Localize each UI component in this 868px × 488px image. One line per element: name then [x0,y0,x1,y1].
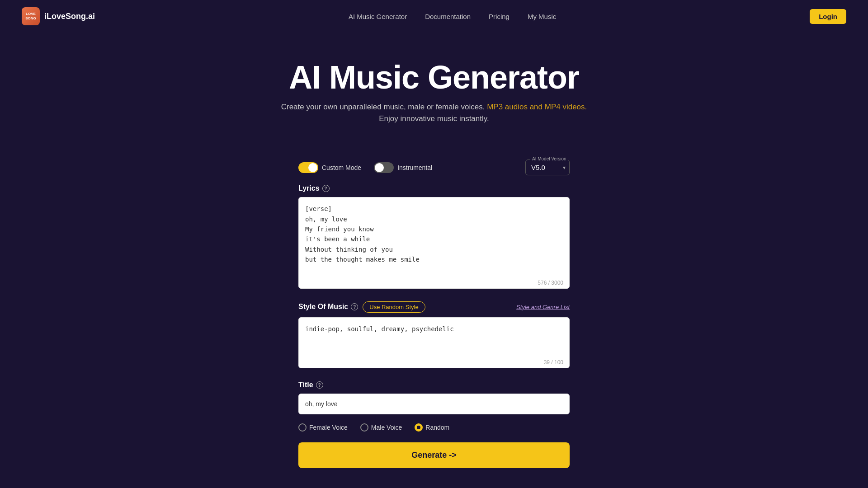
voice-row: Female Voice Male Voice Random [298,423,570,432]
style-left: Style Of Music ? Use Random Style [298,301,425,313]
random-voice-radio[interactable] [415,423,423,432]
female-voice-radio[interactable] [298,423,307,432]
ai-model-label: AI Model Version [530,156,568,161]
female-voice-label: Female Voice [309,424,348,431]
hero-title: AI Music Generator [9,60,859,95]
toggles-row: Custom Mode Instrumental AI Model Versio… [298,160,570,175]
logo-text: iLoveSong.ai [44,12,95,21]
female-voice-option[interactable]: Female Voice [298,423,348,432]
custom-mode-toggle[interactable] [298,162,318,173]
logo-icon: LOVE SONG [22,7,40,25]
style-label: Style Of Music ? [298,303,358,311]
lyrics-label: Lyrics ? [298,184,570,192]
hero-section: AI Music Generator Create your own unpar… [0,33,868,160]
male-voice-label: Male Voice [371,424,402,431]
login-button[interactable]: Login [810,9,846,24]
radio-inner [417,426,420,429]
nav-pricing[interactable]: Pricing [489,13,509,20]
style-genre-link[interactable]: Style and Genre List [516,304,570,310]
title-label: Title ? [298,381,570,389]
nav-links: AI Music Generator Documentation Pricing… [349,13,556,20]
style-header: Style Of Music ? Use Random Style Style … [298,301,570,313]
lyrics-section: Lyrics ? [verse] oh, my love My friend y… [298,184,570,291]
title-section: Title ? [298,381,570,414]
custom-mode-knob [308,163,317,172]
instrumental-knob [375,163,384,172]
instrumental-toggle-item: Instrumental [374,162,432,173]
logo[interactable]: LOVE SONG iLoveSong.ai [22,7,95,25]
custom-mode-toggle-item: Custom Mode [298,162,361,173]
instrumental-toggle[interactable] [374,162,394,173]
lyrics-help-icon[interactable]: ? [322,185,330,192]
male-voice-option[interactable]: Male Voice [360,423,402,432]
random-voice-option[interactable]: Random [415,423,449,432]
main-form: Custom Mode Instrumental AI Model Versio… [289,160,579,488]
nav-documentation[interactable]: Documentation [425,13,471,20]
style-help-icon[interactable]: ? [351,303,358,310]
style-section: Style Of Music ? Use Random Style Style … [298,301,570,370]
random-voice-label: Random [425,424,449,431]
style-textarea-wrapper: indie-pop, soulful, dreamy, psychedelic … [298,317,570,370]
style-char-count: 39 / 100 [544,359,563,366]
nav-my-music[interactable]: My Music [528,13,556,20]
lyrics-textarea[interactable]: [verse] oh, my love My friend you know i… [298,197,570,289]
style-textarea[interactable]: indie-pop, soulful, dreamy, psychedelic [298,317,570,368]
lyrics-textarea-wrapper: [verse] oh, my love My friend you know i… [298,197,570,291]
title-help-icon[interactable]: ? [316,381,323,389]
hero-subtitle: Create your own unparalleled music, male… [9,103,859,112]
toggle-group: Custom Mode Instrumental [298,162,432,173]
title-input[interactable] [298,394,570,414]
generate-button[interactable]: Generate -> [298,442,570,468]
instrumental-label: Instrumental [397,164,432,171]
ai-model-wrapper: AI Model Version V5.0 V4.0 V3.0 ▾ [525,160,570,175]
lyrics-char-count: 576 / 3000 [538,280,563,286]
random-style-button[interactable]: Use Random Style [363,301,425,313]
navbar: LOVE SONG iLoveSong.ai AI Music Generato… [0,0,868,33]
custom-mode-label: Custom Mode [322,164,361,171]
nav-ai-music-gen[interactable]: AI Music Generator [349,13,407,20]
hero-subtitle2: Enjoy innovative music instantly. [9,114,859,123]
male-voice-radio[interactable] [360,423,368,432]
ai-model-select[interactable]: V5.0 V4.0 V3.0 [529,162,566,173]
